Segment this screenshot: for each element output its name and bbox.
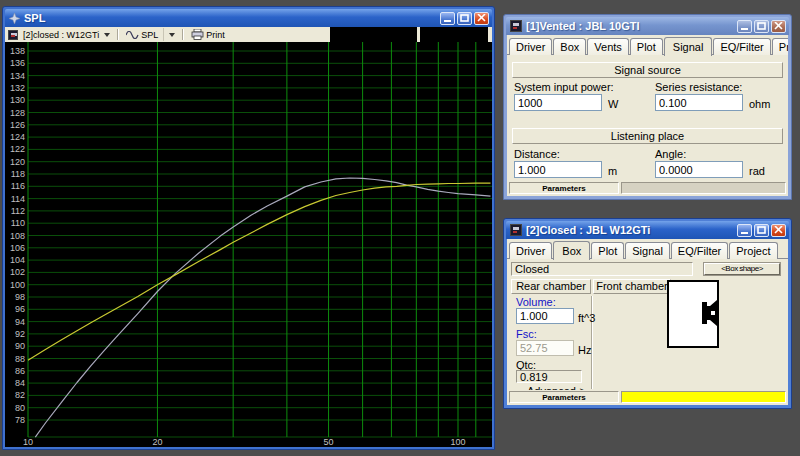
panel-divider xyxy=(591,296,592,389)
project-window-icon xyxy=(510,20,522,32)
toolbar-dock-panel xyxy=(420,27,488,42)
tab-project[interactable]: Project xyxy=(729,242,777,259)
vented-titlebar[interactable]: [1]Vented : JBL 10GTI xyxy=(506,17,789,35)
tab-eq-filter[interactable]: EQ/Filter xyxy=(713,38,770,55)
tab-eq-filter[interactable]: EQ/Filter xyxy=(671,242,728,259)
close-button[interactable] xyxy=(474,12,489,25)
project-selector-dropdown[interactable]: [2]closed : W12GTi xyxy=(21,28,112,41)
svg-text:86: 86 xyxy=(15,366,25,376)
tab-signal[interactable]: Signal xyxy=(664,37,713,56)
svg-text:102: 102 xyxy=(10,267,25,277)
spl-titlebar[interactable]: SPL xyxy=(5,9,492,27)
svg-text:84: 84 xyxy=(15,378,25,388)
minimize-button[interactable] xyxy=(737,20,752,33)
resistance-input[interactable] xyxy=(655,94,743,111)
listening-place-group-header: Listening place xyxy=(512,128,783,144)
closed-tab-bar: DriverBoxPlotSignalEQ/FilterProject xyxy=(507,239,788,259)
speaker-driver-icon xyxy=(669,282,717,346)
volume-unit: ft^3 xyxy=(578,312,595,324)
svg-text:122: 122 xyxy=(10,144,25,154)
svg-text:10: 10 xyxy=(23,437,33,447)
tab-plot[interactable]: Plot xyxy=(630,38,663,55)
svg-text:82: 82 xyxy=(15,390,25,400)
closed-titlebar[interactable]: [2]Closed : JBL W12GTi xyxy=(506,221,789,239)
spl-chart-plot: 1381361341321301281261241221201181161141… xyxy=(5,42,492,447)
maximize-button[interactable] xyxy=(754,224,769,237)
tab-box[interactable]: Box xyxy=(553,241,590,260)
svg-text:104: 104 xyxy=(10,255,25,265)
closed-window-title: [2]Closed : JBL W12GTi xyxy=(526,224,733,236)
tab-project[interactable]: Project xyxy=(772,38,788,55)
spl-toolbar: [2]closed : W12GTi SPL Print xyxy=(5,27,492,43)
svg-text:130: 130 xyxy=(10,95,25,105)
rear-chamber-tab[interactable]: Rear chamber xyxy=(511,279,591,294)
minimize-button[interactable] xyxy=(440,12,455,25)
box-diagram xyxy=(667,280,719,348)
spl-window: SPL [2]closed : W12GTi SPL xyxy=(2,6,495,450)
status-message xyxy=(621,182,786,194)
vented-tab-bar: DriverBoxVentsPlotSignalEQ/FilterProject xyxy=(507,35,788,55)
volume-input[interactable] xyxy=(516,308,574,324)
print-label: Print xyxy=(206,30,225,40)
tab-box[interactable]: Box xyxy=(553,38,586,55)
sine-wave-icon xyxy=(126,31,139,39)
svg-text:100: 100 xyxy=(450,437,465,447)
spl-chart: 1381361341321301281261241221201181161141… xyxy=(5,42,492,447)
angle-label: Angle: xyxy=(655,148,686,160)
svg-text:120: 120 xyxy=(10,157,25,167)
maximize-button[interactable] xyxy=(457,12,472,25)
svg-text:106: 106 xyxy=(10,243,25,253)
tab-signal[interactable]: Signal xyxy=(625,242,670,259)
svg-text:100: 100 xyxy=(10,280,25,290)
svg-text:124: 124 xyxy=(10,132,25,142)
plot-type-dropdown[interactable] xyxy=(163,28,177,41)
svg-text:20: 20 xyxy=(152,437,162,447)
chevron-down-icon xyxy=(169,33,175,37)
project-window-icon xyxy=(510,224,522,236)
plot-type-button[interactable]: SPL xyxy=(124,28,160,41)
toolbar-separator xyxy=(182,29,184,40)
svg-text:92: 92 xyxy=(15,329,25,339)
svg-text:134: 134 xyxy=(10,71,25,81)
angle-input[interactable] xyxy=(655,161,743,178)
distance-unit: m xyxy=(608,165,617,177)
toolbar-dock-panel xyxy=(330,27,417,42)
status-message xyxy=(621,391,786,403)
tab-vents[interactable]: Vents xyxy=(587,38,629,55)
box-type-select[interactable]: Closed xyxy=(511,262,693,276)
tab-plot[interactable]: Plot xyxy=(591,242,624,259)
svg-text:118: 118 xyxy=(11,169,25,179)
close-button[interactable] xyxy=(771,224,786,237)
svg-text:116: 116 xyxy=(11,181,25,191)
vented-window-title: [1]Vented : JBL 10GTI xyxy=(526,20,733,32)
status-parameters: Parameters xyxy=(509,391,619,403)
spl-window-title: SPL xyxy=(24,12,436,24)
distance-label: Distance: xyxy=(514,148,560,160)
svg-text:78: 78 xyxy=(15,415,25,425)
box-shape-button[interactable]: <Box shape> xyxy=(704,263,780,275)
tab-driver[interactable]: Driver xyxy=(509,242,552,259)
power-label: System input power: xyxy=(514,81,614,93)
close-button[interactable] xyxy=(771,20,786,33)
printer-icon xyxy=(191,29,204,40)
tab-driver[interactable]: Driver xyxy=(509,38,552,55)
print-button[interactable]: Print xyxy=(189,28,227,41)
volume-label: Volume: xyxy=(516,296,556,308)
closed-project-window: [2]Closed : JBL W12GTi DriverBoxPlotSign… xyxy=(503,218,792,409)
status-parameters: Parameters xyxy=(509,182,619,194)
minimize-button[interactable] xyxy=(737,224,752,237)
distance-input[interactable] xyxy=(514,161,602,178)
toolbar-separator xyxy=(117,29,119,40)
svg-text:50: 50 xyxy=(324,437,334,447)
resistance-unit: ohm xyxy=(749,98,770,110)
maximize-button[interactable] xyxy=(754,20,769,33)
svg-text:138: 138 xyxy=(10,46,25,56)
svg-text:96: 96 xyxy=(15,304,25,314)
svg-text:110: 110 xyxy=(11,218,25,228)
svg-text:132: 132 xyxy=(10,83,25,93)
svg-text:98: 98 xyxy=(15,292,25,302)
svg-text:136: 136 xyxy=(10,58,25,68)
svg-text:88: 88 xyxy=(15,354,25,364)
front-chamber-tab[interactable]: Front chamber xyxy=(593,279,671,294)
power-input[interactable] xyxy=(514,94,602,111)
